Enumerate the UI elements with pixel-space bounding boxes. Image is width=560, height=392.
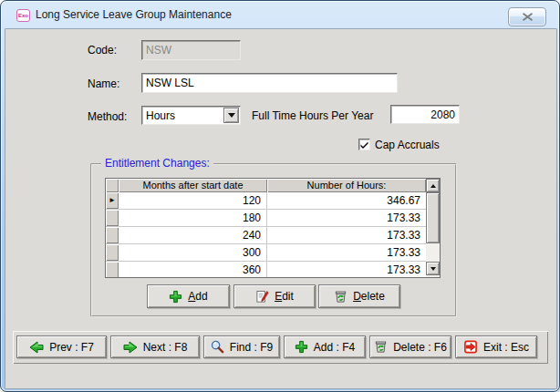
entitlement-groupbox: Entitlement Changes: Months after start … <box>90 163 457 317</box>
app-icon: Exo <box>16 9 30 22</box>
cell-number-of-hours[interactable]: 173.33 <box>267 227 426 243</box>
name-label: Name: <box>88 77 119 90</box>
scrollbar-thumb[interactable] <box>426 192 440 243</box>
cell-number-of-hours[interactable]: 346.67 <box>267 192 426 209</box>
search-icon <box>211 340 224 354</box>
cell-number-of-hours[interactable]: 173.33 <box>267 262 426 278</box>
cell-number-of-hours[interactable]: 173.33 <box>267 244 426 261</box>
method-dropdown-button[interactable] <box>223 108 239 123</box>
row-indicator <box>106 244 119 261</box>
exit-icon <box>463 340 478 354</box>
cell-months-after-start[interactable]: 240 <box>119 227 267 243</box>
trash-icon <box>374 340 388 354</box>
toolbar-delete-button[interactable]: Delete : F6 <box>369 335 451 358</box>
edit-button[interactable]: Edit <box>233 284 316 308</box>
table-row[interactable]: ►120346.67 <box>106 192 440 210</box>
cell-months-after-start[interactable]: 180 <box>119 210 267 226</box>
method-label: Method: <box>88 110 127 123</box>
chevron-down-icon <box>228 113 235 118</box>
full-time-hours-label: Full Time Hours Per Year <box>252 109 373 122</box>
cell-months-after-start[interactable]: 360 <box>119 262 267 278</box>
entitlement-table[interactable]: Months after start date Number of Hours:… <box>105 178 441 278</box>
prev-button[interactable]: Prev : F7 <box>16 335 107 358</box>
indicator-column-header <box>106 179 119 192</box>
checkmark-icon <box>360 141 368 149</box>
plus-icon <box>295 340 308 354</box>
toolbar-add-button-label: Add : F4 <box>314 341 355 354</box>
dialog-window: Exo Long Service Leave Group Maintenance… <box>0 0 560 392</box>
cell-number-of-hours[interactable]: 173.33 <box>267 210 426 226</box>
exit-button[interactable]: Exit : Esc <box>455 335 537 358</box>
close-icon <box>523 13 533 21</box>
plus-icon <box>169 290 182 304</box>
delete-button-label: Delete <box>353 290 385 303</box>
table-scrollbar[interactable] <box>426 179 440 277</box>
close-button[interactable] <box>508 7 546 26</box>
scroll-up-icon <box>430 184 436 188</box>
cell-months-after-start[interactable]: 120 <box>119 192 267 209</box>
row-indicator <box>106 227 119 243</box>
title-bar[interactable]: Exo Long Service Leave Group Maintenance <box>1 1 559 28</box>
table-row[interactable]: 240173.33 <box>106 227 440 244</box>
code-field: NSW <box>141 40 241 60</box>
entitlement-group-label: Entitlement Changes: <box>101 157 213 170</box>
scroll-up-button[interactable] <box>426 179 440 192</box>
hours-column-header[interactable]: Number of Hours: <box>267 179 426 192</box>
method-dropdown[interactable]: Hours <box>141 106 241 125</box>
arrow-left-icon <box>29 341 44 354</box>
add-button[interactable]: Add <box>147 284 230 308</box>
next-button-label: Next : F8 <box>143 341 188 354</box>
cap-accruals-checkbox[interactable] <box>358 139 370 150</box>
exit-button-label: Exit : Esc <box>483 341 529 354</box>
delete-button[interactable]: Delete <box>318 284 400 308</box>
toolbar-delete-button-label: Delete : F6 <box>393 341 447 354</box>
code-label: Code: <box>88 44 117 57</box>
find-button[interactable]: Find : F9 <box>203 335 280 358</box>
add-button-label: Add <box>188 290 207 303</box>
next-button[interactable]: Next : F8 <box>110 335 200 358</box>
table-row[interactable]: 180173.33 <box>106 210 440 227</box>
name-field[interactable]: NSW LSL <box>141 73 398 93</box>
months-column-header[interactable]: Months after start date <box>119 179 267 192</box>
trash-icon <box>334 290 347 304</box>
row-indicator <box>106 210 119 226</box>
entitlement-table-body: ►120346.67180173.33240173.33300173.33360… <box>106 192 440 278</box>
find-button-label: Find : F9 <box>230 341 273 354</box>
prev-button-label: Prev : F7 <box>49 341 94 354</box>
method-value: Hours <box>146 109 175 122</box>
arrow-right-icon <box>123 341 138 354</box>
edit-icon <box>255 290 269 304</box>
scroll-down-button[interactable] <box>426 262 440 275</box>
cap-accruals-label: Cap Accruals <box>375 139 440 151</box>
scroll-down-icon <box>430 267 436 271</box>
cell-months-after-start[interactable]: 300 <box>119 244 267 261</box>
edit-button-label: Edit <box>275 290 294 303</box>
toolbar-add-button[interactable]: Add : F4 <box>284 335 366 358</box>
current-row-indicator: ► <box>106 192 119 209</box>
table-row[interactable]: 360173.33 <box>106 262 440 278</box>
full-time-hours-field[interactable]: 2080 <box>390 105 460 124</box>
table-header-row: Months after start date Number of Hours: <box>106 179 440 192</box>
table-row[interactable]: 300173.33 <box>106 244 440 262</box>
row-indicator <box>106 262 119 278</box>
window-title: Long Service Leave Group Maintenance <box>36 8 232 21</box>
